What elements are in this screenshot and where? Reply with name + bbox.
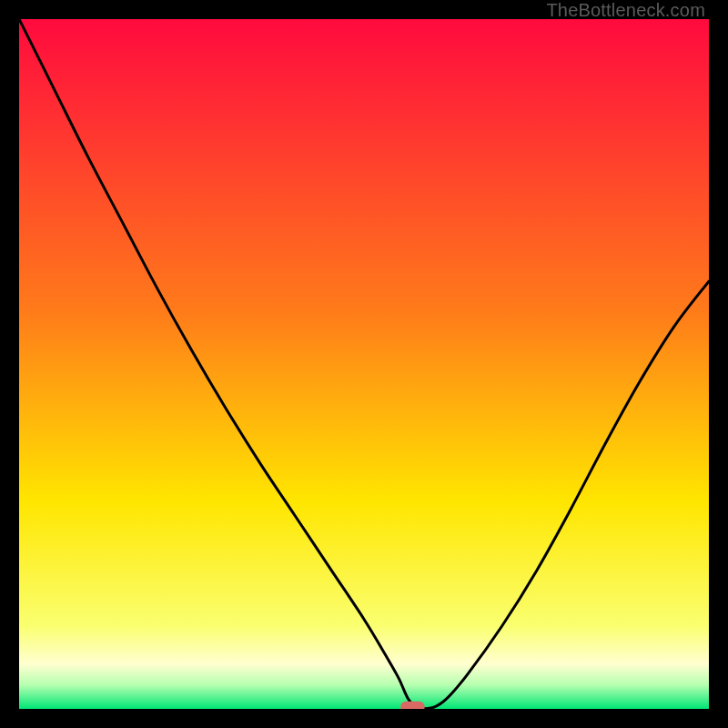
plot-area: [19, 19, 709, 709]
watermark-text: TheBottleneck.com: [546, 0, 705, 21]
chart-frame: TheBottleneck.com: [0, 0, 728, 728]
optimal-marker: [400, 702, 425, 709]
gradient-background: [19, 19, 709, 709]
bottleneck-chart: [19, 19, 709, 709]
